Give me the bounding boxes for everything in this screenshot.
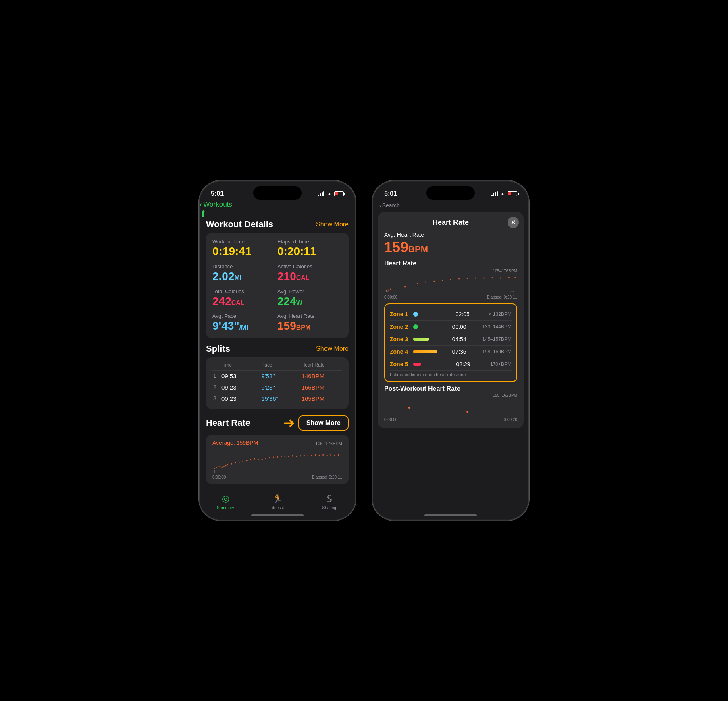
svg-point-26	[300, 455, 301, 457]
hr-card-top: Average: 159BPM 105–176BPM	[212, 440, 342, 448]
svg-point-32	[322, 454, 324, 456]
tab-fitness-plus[interactable]: 🏃 Fitness+	[252, 493, 304, 510]
svg-point-9	[235, 462, 236, 464]
wifi-icon: ▲	[327, 191, 332, 197]
splits-col-pace: Pace	[261, 362, 301, 368]
svg-point-41	[404, 286, 406, 288]
svg-point-3	[220, 465, 221, 467]
post-chart-end: 0:00:20	[504, 417, 517, 422]
hr-chart-elapsed: Elapsed: 0:20:11	[487, 295, 517, 299]
sharing-label: Sharing	[322, 506, 336, 510]
content-scroll-1: Workout Details Show More Workout Time 0…	[200, 219, 355, 520]
splits-show-more[interactable]: Show More	[316, 345, 349, 353]
workout-details-title: Workout Details	[206, 219, 273, 230]
split-3-pace: 15'36''	[261, 395, 301, 402]
svg-point-49	[475, 278, 476, 279]
splits-col-time: Time	[221, 362, 261, 368]
status-bar-1: 5:01 ▲	[200, 181, 355, 201]
zone-row-3: Zone 3 04:54 145–157BPM	[390, 333, 512, 346]
tab-summary[interactable]: ◎ Summary	[200, 493, 252, 510]
svg-point-10	[239, 462, 240, 463]
phone1-screen: ‹ Workouts ⬆ Workout Details Show More W…	[200, 201, 355, 520]
summary-label: Summary	[217, 506, 234, 510]
hr-chart-bottom-labels: 0:00:00 Elapsed: 0:20:11	[384, 295, 517, 299]
split-row-2: 2 09:23 9'23'' 166BPM	[212, 382, 342, 393]
heart-rate-title: Heart Rate	[206, 418, 250, 428]
share-icon[interactable]: ⬆	[200, 209, 207, 219]
hr-chart-area: |	[212, 449, 342, 473]
svg-point-14	[254, 458, 255, 460]
svg-point-5	[223, 466, 225, 468]
hr-chart-svg: |	[212, 449, 342, 473]
svg-point-58	[511, 291, 512, 292]
post-chart-range: 155–162BPM	[384, 393, 517, 398]
search-nav-2: ‹ Search	[373, 201, 528, 209]
zone-row-4: Zone 4 07:36 158–169BPM	[390, 346, 512, 358]
svg-point-56	[387, 291, 388, 292]
svg-point-36	[338, 454, 339, 456]
svg-point-47	[458, 278, 460, 280]
svg-point-48	[467, 278, 468, 279]
back-label: Workouts	[203, 201, 232, 209]
signal-bar-2-1	[491, 195, 493, 196]
stat-avg-pace: Avg. Pace 9'43"/MI	[212, 313, 277, 332]
stat-label-distance: Distance	[212, 263, 277, 270]
hr-elapsed-label: Elapsed: 0:20:11	[312, 475, 342, 479]
split-2-hr: 166BPM	[302, 384, 341, 391]
hr-start-label: 0:00:00	[212, 475, 226, 479]
tab-sharing[interactable]: 𝕊 Sharing	[303, 493, 355, 510]
nav-bar-1: ‹ Workouts ⬆	[200, 201, 355, 219]
zone-4-bpm: 158–169BPM	[482, 349, 512, 355]
hr-avg-value: 159BPM	[384, 239, 517, 256]
zone-2-indicator	[413, 324, 418, 329]
stat-value-active-cal: 210CAL	[277, 270, 342, 283]
svg-point-50	[483, 278, 485, 279]
stat-value-elapsed-time: 0:20:11	[277, 245, 342, 258]
post-workout-chart: 0:00:00 0:00:20	[384, 398, 517, 422]
svg-point-2	[218, 466, 219, 468]
signal-bar-2-2	[493, 193, 494, 196]
close-button[interactable]: ✕	[508, 217, 519, 228]
heart-rate-card: Average: 159BPM 105–176BPM	[206, 435, 349, 484]
hr-mini-svg	[384, 274, 517, 294]
zone-4-name: Zone 4	[390, 348, 410, 355]
split-3-time: 00:23	[221, 395, 261, 402]
svg-point-57	[388, 291, 389, 292]
stat-avg-power: Avg. Power 224W	[277, 288, 342, 308]
split-3-num: 3	[213, 395, 221, 402]
search-back-label-2: Search	[382, 202, 400, 209]
zone-3-indicator	[413, 338, 429, 341]
workout-details-show-more[interactable]: Show More	[316, 221, 349, 228]
heart-rate-section: Heart Rate ➜ Show More Average: 159BPM 1…	[206, 415, 349, 484]
zone-2-bpm: 133–144BPM	[482, 324, 512, 330]
svg-point-54	[514, 277, 516, 278]
stat-active-calories: Active Calories 210CAL	[277, 263, 342, 283]
show-more-button[interactable]: Show More	[298, 415, 349, 431]
zone-5-bpm: 170+BPM	[490, 361, 512, 367]
svg-point-42	[417, 283, 418, 284]
phone2-screen: ‹ Search Heart Rate ✕ Avg. Heart Rate 15…	[373, 201, 528, 520]
svg-point-18	[269, 457, 270, 459]
svg-point-8	[231, 463, 232, 465]
zone-5-name: Zone 5	[390, 361, 410, 367]
svg-point-13	[250, 459, 251, 461]
hr-range-label: 105–176BPM	[315, 441, 342, 446]
svg-point-35	[334, 455, 335, 456]
svg-text:|: |	[214, 469, 215, 473]
hr-chart-section-label: Heart Rate	[384, 260, 517, 267]
signal-icon	[318, 191, 325, 196]
battery-fill	[335, 192, 338, 195]
stat-label-avg-power: Avg. Power	[277, 288, 342, 295]
svg-point-19	[273, 457, 274, 458]
svg-point-39	[388, 290, 389, 291]
svg-point-12	[246, 460, 248, 462]
zone-1-indicator	[413, 312, 418, 317]
zone-3-left: Zone 3	[390, 336, 438, 342]
svg-point-7	[227, 464, 228, 466]
split-1-pace: 9'53''	[261, 373, 301, 380]
stat-label-workout-time: Workout Time	[212, 239, 277, 245]
back-workouts[interactable]: ‹ Workouts	[200, 201, 355, 209]
zone-3-bpm: 145–157BPM	[482, 336, 512, 342]
splits-col-hr: Heart Rate	[302, 362, 341, 368]
svg-point-62	[466, 411, 468, 413]
